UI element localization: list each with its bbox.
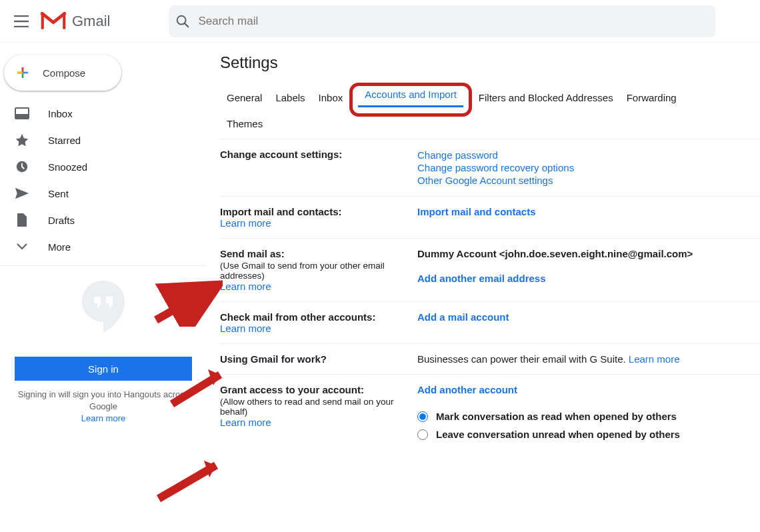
sidebar-item-starred[interactable]: Starred — [0, 127, 207, 153]
sidebar-item-more[interactable]: More — [0, 233, 207, 260]
sidebar-item-label: Inbox — [29, 108, 73, 119]
change-recovery-link[interactable]: Change password recovery options — [417, 162, 574, 173]
compose-label: Compose — [33, 67, 85, 79]
section-heading: Check mail from other accounts: — [220, 311, 417, 323]
hangouts-panel: Sign in Signing in will sign you into Ha… — [0, 266, 207, 425]
hangouts-desc: Signing in will sign you into Hangouts a… — [18, 389, 189, 411]
sidebar-item-label: Starred — [29, 135, 81, 146]
section-send-mail-as: Send mail as: (Use Gmail to send from yo… — [220, 239, 760, 302]
hangouts-learn-more-link[interactable]: Learn more — [81, 413, 125, 423]
section-check-mail: Check mail from other accounts: Learn mo… — [220, 302, 760, 344]
send-as-learn-more-link[interactable]: Learn more — [220, 281, 271, 292]
star-icon — [15, 133, 29, 147]
sidebar-item-inbox[interactable]: Inbox — [0, 100, 207, 127]
hangouts-signin-text: Signing in will sign you into Hangouts a… — [0, 381, 207, 425]
nav-list: Inbox Starred Snoozed Sent Drafts More — [0, 100, 207, 260]
work-description: Businesses can power their email with G … — [417, 353, 629, 365]
file-icon — [15, 213, 29, 227]
tab-labels[interactable]: Labels — [269, 87, 311, 113]
gmail-logo[interactable]: Gmail — [37, 11, 115, 31]
import-mail-action-link[interactable]: Import mail and contacts — [417, 206, 536, 217]
section-heading: Using Gmail for work? — [220, 353, 417, 365]
page-title: Settings — [220, 53, 760, 80]
annotation-highlight-box: Accounts and Import — [349, 83, 472, 117]
search-bar[interactable] — [169, 5, 715, 37]
settings-tabs: General Labels Inbox Accounts and Import… — [220, 80, 760, 113]
tab-filters[interactable]: Filters and Blocked Addresses — [472, 87, 620, 113]
section-heading: Change account settings: — [220, 149, 342, 160]
hangouts-icon — [78, 277, 129, 335]
compose-button[interactable]: Compose — [4, 55, 121, 91]
leave-unread-label[interactable]: Leave conversation unread when opened by… — [436, 429, 680, 440]
section-import-mail: Import mail and contacts: Learn more Imp… — [220, 197, 760, 239]
sidebar-item-label: More — [29, 241, 71, 253]
tab-themes[interactable]: Themes — [220, 113, 269, 139]
plus-icon — [12, 62, 33, 83]
import-learn-more-link[interactable]: Learn more — [220, 217, 271, 229]
tab-accounts-and-import[interactable]: Accounts and Import — [358, 83, 463, 107]
send-as-account-value: Dummy Account <john.doe.seven.eight.nine… — [417, 248, 753, 273]
add-another-account-link[interactable]: Add another account — [417, 384, 517, 395]
section-change-account: Change account settings: Change password… — [220, 139, 760, 197]
search-input[interactable] — [190, 15, 709, 28]
other-account-settings-link[interactable]: Other Google Account settings — [417, 175, 553, 186]
send-icon — [15, 186, 29, 201]
hamburger-icon — [14, 15, 29, 27]
section-heading: Import mail and contacts: — [220, 206, 417, 217]
sidebar: Compose Inbox Starred Snoozed Sent Draft… — [0, 43, 207, 532]
section-grant-access: Grant access to your account: (Allow oth… — [220, 375, 760, 453]
tab-forwarding[interactable]: Forwarding — [620, 87, 683, 113]
section-subtext: (Allow others to read and send mail on y… — [220, 395, 417, 417]
clock-icon — [15, 159, 29, 174]
mark-read-label[interactable]: Mark conversation as read when opened by… — [436, 411, 677, 422]
tab-general[interactable]: General — [220, 87, 269, 113]
main-menu-button[interactable] — [5, 5, 37, 37]
change-password-link[interactable]: Change password — [417, 149, 498, 161]
work-learn-more-link[interactable]: Learn more — [629, 353, 680, 365]
section-heading: Grant access to your account: — [220, 384, 417, 395]
gmail-m-icon — [40, 11, 67, 31]
sidebar-item-snoozed[interactable]: Snoozed — [0, 153, 207, 180]
chevron-down-icon — [15, 239, 29, 254]
settings-content: Settings General Labels Inbox Accounts a… — [207, 43, 760, 532]
section-heading: Send mail as: — [220, 248, 417, 259]
add-mail-account-link[interactable]: Add a mail account — [417, 311, 509, 323]
grant-learn-more-link[interactable]: Learn more — [220, 417, 271, 428]
sidebar-item-label: Drafts — [29, 215, 75, 226]
check-mail-learn-more-link[interactable]: Learn more — [220, 323, 271, 334]
sidebar-item-sent[interactable]: Sent — [0, 180, 207, 207]
sidebar-item-label: Snoozed — [29, 161, 87, 173]
add-another-email-link[interactable]: Add another email address — [417, 273, 546, 284]
sidebar-item-label: Sent — [29, 188, 69, 199]
sidebar-item-drafts[interactable]: Drafts — [0, 207, 207, 233]
gmail-logo-text: Gmail — [67, 13, 110, 30]
mark-read-radio[interactable] — [417, 411, 428, 422]
leave-unread-radio[interactable] — [417, 429, 428, 440]
settings-tabs-row: General Labels Inbox Accounts and Import… — [220, 80, 760, 139]
inbox-icon — [15, 106, 29, 121]
svg-rect-1 — [63, 13, 65, 29]
svg-rect-4 — [15, 114, 29, 119]
settings-body: Change account settings: Change password… — [220, 139, 760, 453]
section-subtext: (Use Gmail to send from your other email… — [220, 259, 417, 281]
search-icon — [175, 14, 190, 29]
tab-inbox[interactable]: Inbox — [312, 87, 350, 113]
hangouts-signin-button[interactable]: Sign in — [15, 357, 192, 381]
app-header: Gmail — [0, 0, 760, 43]
section-gmail-for-work: Using Gmail for work? Businesses can pow… — [220, 344, 760, 375]
svg-rect-0 — [41, 13, 44, 29]
